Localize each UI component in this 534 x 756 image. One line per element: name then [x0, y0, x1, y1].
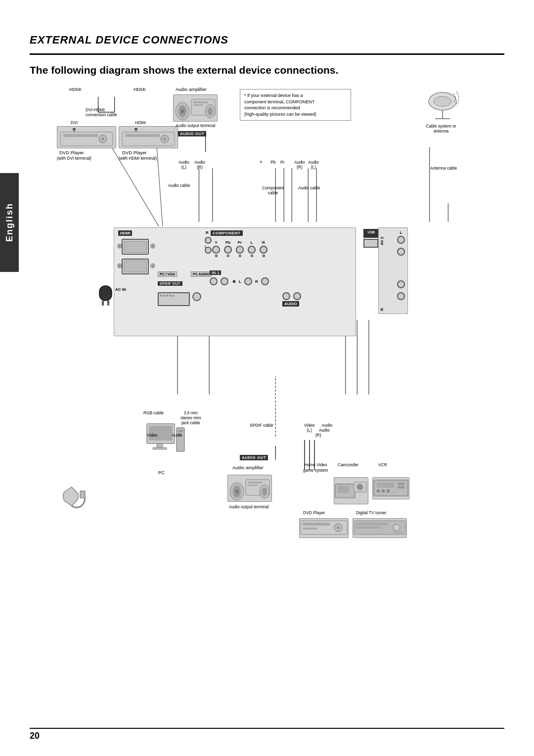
svg-point-66 — [262, 488, 267, 495]
svg-point-89 — [393, 524, 400, 531]
audio-out-box-top: AUDIO OUT — [178, 131, 206, 136]
note-box: * If your external device has a componen… — [240, 89, 351, 121]
svg-rect-50 — [102, 301, 104, 306]
svg-point-34 — [163, 137, 166, 140]
svg-line-16 — [157, 142, 163, 226]
camcorder-device — [334, 477, 368, 504]
svg-rect-77 — [398, 486, 404, 489]
svg-rect-41 — [193, 101, 208, 103]
audio-amp-bottom-device — [227, 475, 272, 502]
audio-r2-label: Audio(R) — [294, 160, 305, 170]
spdif-out-label: SPDIF OUT — [158, 281, 182, 286]
svg-rect-32 — [125, 134, 160, 137]
dvd-player-bottom-device — [299, 518, 349, 538]
svg-rect-88 — [356, 526, 381, 529]
pc-audio-port — [192, 292, 201, 301]
tv-unit: HDMI ⊕ ⊕ ⊕ ⊕ SPDIF OUT PC / VGA PC AUDIO — [114, 227, 356, 336]
hdmi-label-2: HDMI — [134, 87, 145, 92]
svg-point-44 — [208, 107, 213, 115]
svg-point-39 — [181, 109, 184, 113]
r-port-top — [205, 237, 212, 244]
svg-rect-72 — [337, 486, 349, 493]
pb-label: Pb — [270, 160, 275, 165]
audio-l2-label: Audio(L) — [308, 160, 319, 170]
audio-r-label: Audio(R) — [194, 160, 205, 170]
pc-vga-label: PC / VGA — [158, 271, 177, 277]
home-video-device-label: Home Videogame system — [303, 462, 328, 473]
audio-pc-label: Audio — [172, 433, 182, 438]
dvd-player-hdmi-sublabel: (with HDMI terminal) — [119, 156, 157, 161]
page-number: 20 — [30, 731, 40, 741]
dvd-player-dvi-label: DVD Player — [59, 150, 84, 155]
av1-ports: ⊕ L R — [210, 277, 269, 285]
av1-label: AV 1 — [210, 270, 221, 275]
dvd-player-dvi-device — [57, 126, 116, 148]
pc-device — [146, 423, 185, 467]
language-sidebar: English — [0, 173, 19, 272]
audio-amp-bottom-label: Audio amplifier — [232, 465, 264, 470]
audio-amp-top-device — [173, 94, 218, 122]
pc-audio-label: PC AUDIO — [191, 271, 212, 277]
plus-icon-1: ⊕ — [117, 242, 123, 250]
svg-rect-57 — [178, 430, 183, 432]
svg-point-46 — [434, 96, 451, 106]
spdif-cable-label: SPDIF cable — [250, 423, 273, 428]
digital-tv-turner-device — [353, 518, 407, 538]
connection-lines — [27, 87, 519, 716]
diagram-area: HDMI HDMI DVD Player (with DVI terminal)… — [27, 87, 519, 716]
hdmi-section-label: HDMI — [118, 230, 132, 236]
dvd-player-bottom-label: DVD Player — [303, 510, 325, 515]
l-label-spdif: L — [205, 245, 207, 248]
av2-section: AV 2 L R — [378, 227, 408, 314]
hdmi-connector-label: HDMI — [135, 120, 146, 125]
svg-rect-54 — [157, 444, 163, 447]
plus-icon-3: ⊕ — [117, 262, 123, 269]
svg-point-61 — [235, 489, 238, 493]
antenna-cable-label: Antenna cable — [430, 166, 457, 171]
svg-rect-87 — [356, 523, 388, 525]
cable-antenna-device — [423, 89, 462, 124]
dvd-player-hdmi-label: DVD Player — [122, 150, 147, 155]
dvd-player-hdmi-device — [119, 126, 178, 148]
page-container: 20 English EXTERNAL DEVICE CONNECTIONS T… — [0, 0, 534, 756]
jack-cable-label: 3.5 mmstereo minijack cable — [180, 410, 201, 426]
svg-rect-78 — [377, 489, 380, 492]
vcr-device — [372, 477, 409, 499]
svg-rect-49 — [99, 286, 112, 301]
pc-label: PC — [158, 470, 165, 475]
svg-rect-55 — [153, 447, 167, 449]
audio-cable-right-label: Audio cable — [298, 185, 320, 190]
top-rule — [30, 53, 504, 55]
svg-rect-75 — [377, 483, 394, 488]
svg-rect-67 — [80, 491, 85, 498]
av2-r-label: R — [380, 308, 384, 311]
hdmi-port — [122, 239, 149, 255]
r-label-top: R — [206, 230, 209, 235]
svg-rect-51 — [107, 301, 109, 306]
usb-label: USB — [363, 229, 379, 238]
svg-rect-80 — [387, 489, 390, 492]
pr-label: Pr — [280, 160, 285, 165]
vga-port — [158, 292, 190, 306]
svg-rect-85 — [303, 528, 317, 530]
svg-rect-63 — [248, 482, 263, 484]
svg-rect-42 — [193, 104, 203, 106]
hdmi-label-1: HDMI — [69, 87, 81, 92]
dvi-hdmi-cable-label: DVI-HDMIconversion cable — [86, 107, 117, 117]
hdmi-port-2 — [122, 259, 149, 274]
av2-l-label: L — [397, 230, 405, 257]
av2-label: AV 2 — [380, 230, 384, 245]
camcorder-label: Camcorder — [338, 462, 358, 467]
subtitle: The following diagram shows the external… — [30, 64, 338, 76]
component-label: COMPONENT — [211, 230, 243, 236]
svg-rect-76 — [398, 483, 404, 485]
svg-point-30 — [73, 128, 76, 131]
component-cable-label: Componentcable — [262, 185, 284, 195]
svg-point-28 — [101, 137, 104, 140]
svg-rect-90 — [394, 532, 402, 533]
dvd-player-dvi-sublabel: (with DVI terminal) — [57, 156, 91, 161]
ac-plug-icon — [97, 285, 114, 307]
vcr-label: VCR — [378, 462, 387, 467]
audio-cable-left-label: Audio cable — [168, 183, 190, 188]
audio-l-label: Audio(L) — [178, 160, 189, 170]
